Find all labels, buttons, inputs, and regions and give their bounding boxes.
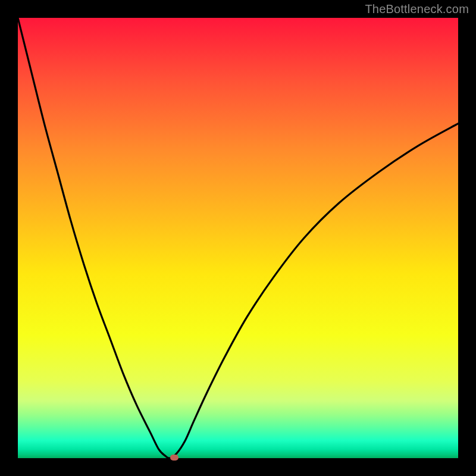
bottleneck-curve	[18, 18, 458, 458]
chart-frame: TheBottleneck.com	[0, 0, 476, 476]
watermark-text: TheBottleneck.com	[365, 2, 469, 16]
optimal-point-marker	[170, 455, 178, 461]
plot-area	[18, 18, 458, 458]
